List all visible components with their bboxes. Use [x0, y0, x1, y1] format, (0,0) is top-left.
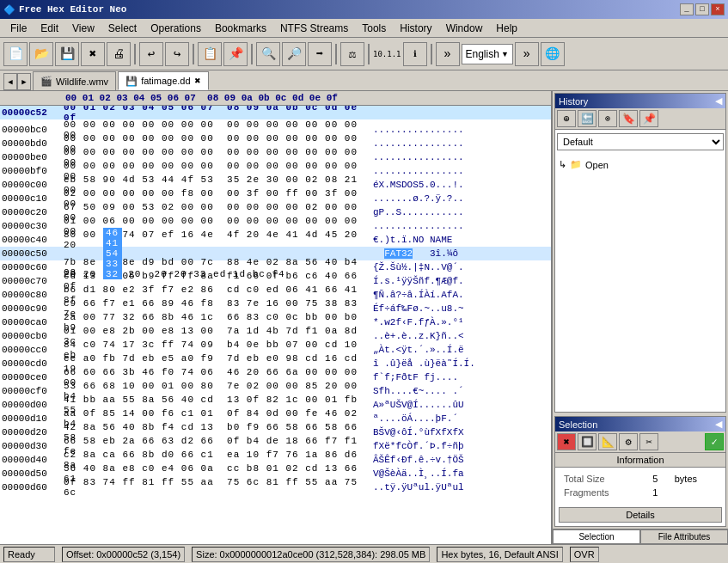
maximize-button[interactable]: □	[695, 3, 709, 15]
lang-dropdown-arrow[interactable]: ▼	[501, 50, 509, 58]
sep6	[431, 44, 432, 64]
table-row: 00000c52 00 01 02 03 04 05 06 07 08 09 0…	[0, 106, 551, 119]
selection-panel-title: Selection ◀	[555, 417, 725, 431]
minimize-button[interactable]: _	[680, 3, 694, 15]
search-button[interactable]: 🔍	[256, 42, 280, 66]
selection-info-table: Total Size 5 bytes Fragments 1	[555, 468, 725, 504]
sel-btn4[interactable]: ⚙	[619, 433, 638, 450]
tab-selection[interactable]: Selection	[553, 529, 640, 544]
save-button[interactable]: 💾	[55, 42, 79, 66]
history-btn1[interactable]: ⊕	[557, 110, 576, 127]
details-button[interactable]: Details	[559, 507, 722, 523]
history-open-item[interactable]: ↳ 📁 Open	[559, 157, 722, 172]
tab-back-button[interactable]: ◀	[3, 73, 17, 90]
history-btn2[interactable]: 🔙	[578, 110, 596, 127]
language-dropdown[interactable]: English ▼	[462, 44, 513, 64]
status-ready: Ready	[3, 547, 55, 562]
sel-checkmark[interactable]: ✓	[705, 433, 724, 450]
copy-button[interactable]: 📋	[198, 42, 222, 66]
right-panel: History ◀ ⊕ 🔙 ⊗ 🔖 📌 Default ↳ 📁 Open	[552, 91, 728, 544]
history-pin-button[interactable]: ◀	[715, 95, 722, 107]
table-row: 00000c50 20 20 46 41 54 33 32 20 20 20 3…	[0, 247, 551, 260]
status-ovr: OVR	[570, 547, 599, 562]
hex-scroll-area[interactable]: 00000c52 00 01 02 03 04 05 06 07 08 09 0…	[0, 106, 551, 544]
flag-button[interactable]: 🌐	[541, 42, 565, 66]
tab-fatimage-label: fatimage.dd	[141, 76, 190, 86]
search-next-button[interactable]: 🔎	[282, 42, 306, 66]
sel-btn2[interactable]: 🔲	[578, 433, 596, 450]
sel-btn1[interactable]: ✖	[557, 433, 576, 450]
menu-bookmarks[interactable]: Bookmarks	[208, 21, 273, 36]
window-controls: _ □ ×	[680, 3, 725, 15]
tab-file-attributes[interactable]: File Attributes	[640, 529, 728, 544]
total-size-unit: bytes	[671, 473, 720, 485]
menu-view[interactable]: View	[65, 21, 101, 36]
selection-pin-button[interactable]: ◀	[715, 419, 722, 430]
tab-close-button[interactable]: ✖	[194, 76, 201, 85]
sep2	[193, 44, 194, 64]
language-label: English	[466, 48, 499, 60]
goto-button[interactable]: ➡	[308, 42, 332, 66]
sel-btn3[interactable]: 📐	[598, 433, 617, 450]
tab-fatimage[interactable]: 💾 fatimage.dd ✖	[118, 71, 208, 90]
compare-button[interactable]: ⚖	[340, 42, 364, 66]
paste-button[interactable]: 📌	[223, 42, 248, 66]
tab-wildlife[interactable]: 🎬 Wildlife.wmv	[33, 71, 116, 90]
print-button[interactable]: 🖨	[107, 42, 131, 66]
tab-forward-button[interactable]: ▶	[17, 73, 31, 90]
selection-toolbar: ✖ 🔲 📐 ⚙ ✂ ✓	[555, 431, 725, 453]
app-icon: 🔷	[3, 4, 15, 15]
close-button[interactable]: ×	[711, 3, 725, 15]
fragments-label: Fragments	[560, 487, 647, 499]
selection-info-title: Information	[555, 453, 725, 468]
selection-panel: Selection ◀ ✖ 🔲 📐 ⚙ ✂ ✓ Information Tota…	[554, 416, 726, 527]
history-panel-title: History ◀	[555, 94, 725, 108]
tab-bar: ◀ ▶ 🎬 Wildlife.wmv 💾 fatimage.dd ✖	[0, 70, 728, 91]
menu-ntfs[interactable]: NTFS Streams	[273, 21, 355, 36]
menu-select[interactable]: Select	[101, 21, 144, 36]
undo-button[interactable]: ↩	[139, 42, 163, 66]
history-panel: History ◀ ⊕ 🔙 ⊗ 🔖 📌 Default ↳ 📁 Open	[554, 93, 726, 413]
status-offset: Offset: 0x00000c52 (3,154)	[62, 547, 185, 562]
toolbar: 📄 📂 💾 ✖ 🖨 ↩ ↪ 📋 📌 🔍 🔎 ➡ ⚖ 10.1.1 ℹ » Eng…	[0, 38, 728, 70]
sep1	[134, 44, 136, 64]
fragments-value: 1	[649, 487, 670, 499]
history-dropdown[interactable]: Default	[557, 133, 724, 150]
info-button[interactable]: ℹ	[403, 42, 427, 66]
menu-edit[interactable]: Edit	[34, 21, 65, 36]
app-title: Free Hex Editor Neo	[19, 4, 126, 15]
status-encoding: Hex bytes, 16, Default ANSI	[437, 547, 562, 562]
addr-col-header	[3, 93, 65, 103]
sep5	[368, 44, 370, 64]
expand-icon: ↳	[559, 159, 566, 170]
sep3	[251, 44, 253, 64]
menu-bar: File Edit View Select Operations Bookmar…	[0, 19, 728, 38]
folder-icon: 📁	[570, 159, 582, 170]
open-button[interactable]: 📂	[29, 42, 53, 66]
hex-column-header: 00 01 02 03 04 05 06 07 08 09 0a 0b 0c 0…	[0, 91, 551, 106]
total-size-label: Total Size	[560, 473, 647, 485]
menu-window[interactable]: Window	[439, 21, 490, 36]
menu-help[interactable]: Help	[489, 21, 524, 36]
tab-fatimage-icon: 💾	[125, 76, 138, 87]
history-btn5[interactable]: 📌	[639, 110, 658, 127]
close-doc-button[interactable]: ✖	[81, 42, 105, 66]
menu-operations[interactable]: Operations	[144, 21, 208, 36]
status-bar: Ready Offset: 0x00000c52 (3,154) Size: 0…	[0, 544, 728, 563]
redo-button[interactable]: ↪	[165, 42, 189, 66]
history-btn3[interactable]: ⊗	[598, 110, 617, 127]
menu-history[interactable]: History	[393, 21, 438, 36]
main-layout: 00 01 02 03 04 05 06 07 08 09 0a 0b 0c 0…	[0, 91, 728, 544]
menu-file[interactable]: File	[3, 21, 34, 36]
sel-btn5[interactable]: ✂	[639, 433, 658, 450]
menu-tools[interactable]: Tools	[355, 21, 393, 36]
history-open-label: Open	[585, 160, 609, 170]
history-btn4[interactable]: 🔖	[619, 110, 638, 127]
total-size-value: 5	[649, 473, 670, 485]
new-button[interactable]: 📄	[3, 42, 28, 66]
expand-button[interactable]: »	[436, 42, 460, 66]
status-size: Size: 0x0000000012a0ce00 (312,528,384): …	[192, 547, 430, 562]
expand2-button[interactable]: »	[515, 42, 539, 66]
history-dropdown-area: Default	[555, 130, 725, 154]
hex-editor: 00 01 02 03 04 05 06 07 08 09 0a 0b 0c 0…	[0, 91, 552, 544]
